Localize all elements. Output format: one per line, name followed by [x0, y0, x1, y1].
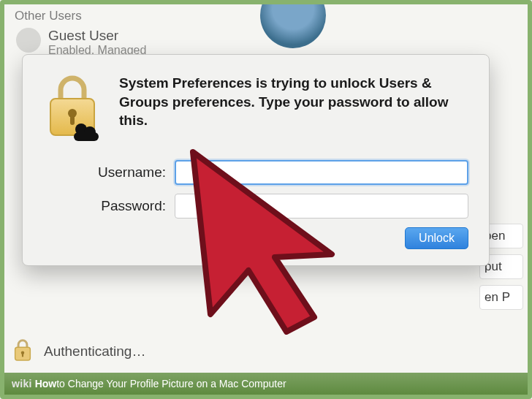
sidebar-user-name: Guest User — [48, 28, 146, 44]
lock-status-text: Authenticating… — [44, 343, 145, 360]
username-label: Username: — [43, 164, 175, 180]
svg-rect-2 — [22, 353, 23, 357]
username-field[interactable] — [175, 160, 468, 185]
auth-form: Username: Password: — [43, 160, 468, 218]
svg-rect-8 — [74, 132, 99, 141]
article-title: to Change Your Profile Picture on a Mac … — [56, 378, 286, 390]
article-caption: wiki How to Change Your Profile Picture … — [4, 373, 528, 395]
lock-icon — [12, 338, 34, 365]
auth-message: System Preferences is trying to unlock U… — [119, 74, 468, 144]
brand-bold: How — [35, 378, 57, 390]
users-sidebar: Other Users Guest User Enabled, Managed — [12, 4, 224, 58]
svg-rect-5 — [70, 115, 75, 125]
bg-fragment: en P — [479, 285, 523, 310]
sidebar-section-label: Other Users — [12, 4, 224, 26]
brand-prefix: wiki — [12, 378, 32, 390]
auth-dialog: System Preferences is trying to unlock U… — [22, 54, 490, 266]
guest-avatar-icon — [16, 28, 41, 53]
profile-picture-icon[interactable] — [260, 0, 326, 48]
password-field[interactable] — [175, 194, 468, 218]
lock-status-row[interactable]: Authenticating… — [12, 338, 145, 365]
lock-icon — [43, 74, 104, 144]
unlock-button[interactable]: Unlock — [405, 227, 468, 249]
password-label: Password: — [43, 198, 175, 214]
